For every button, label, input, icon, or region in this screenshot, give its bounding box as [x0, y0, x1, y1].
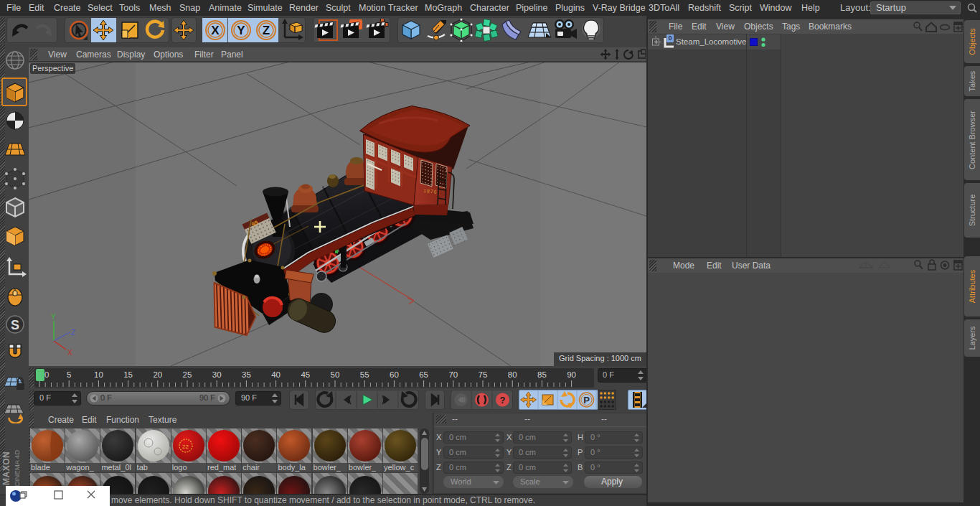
svg-text:22: 22 [182, 444, 189, 450]
svg-text:30: 30 [212, 370, 222, 379]
svg-text:Y: Y [237, 24, 245, 37]
svg-text:55: 55 [360, 370, 369, 379]
svg-text:85: 85 [537, 370, 547, 379]
svg-text:45: 45 [301, 370, 310, 379]
svg-text:20: 20 [153, 370, 162, 379]
svg-text:S: S [11, 318, 19, 332]
svg-text:P: P [583, 395, 590, 406]
svg-text:35: 35 [242, 370, 251, 379]
svg-text:10: 10 [94, 370, 103, 379]
svg-text:Z: Z [71, 329, 75, 337]
svg-text:80: 80 [508, 370, 517, 379]
svg-text:0: 0 [44, 370, 49, 379]
svg-text:50: 50 [331, 370, 340, 379]
svg-text:90: 90 [567, 370, 576, 379]
svg-text:5: 5 [67, 370, 71, 379]
svg-text:X: X [211, 24, 220, 37]
svg-text:60: 60 [390, 370, 399, 379]
svg-text:70: 70 [448, 370, 458, 379]
svg-text:65: 65 [419, 370, 428, 379]
svg-text:25: 25 [183, 370, 192, 379]
svg-text:?: ? [500, 395, 506, 406]
svg-text:15: 15 [123, 370, 133, 379]
svg-text:Z: Z [263, 24, 270, 37]
svg-text:X: X [67, 349, 72, 357]
svg-text:40: 40 [271, 370, 281, 379]
svg-text:Y: Y [51, 313, 56, 321]
svg-text:75: 75 [479, 370, 488, 379]
